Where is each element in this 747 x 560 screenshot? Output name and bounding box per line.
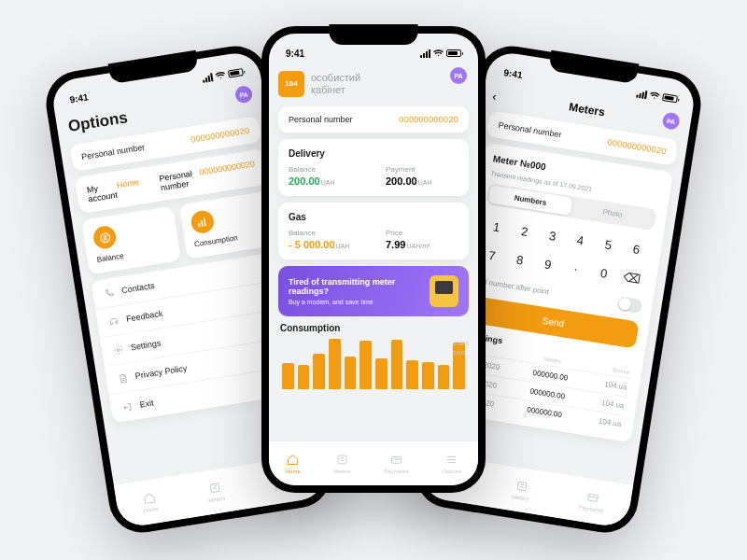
gas-price-value: 7.99 [386,239,405,250]
brand-header: 104 особистий кабінет [278,71,469,97]
decimal-toggle[interactable] [616,296,642,314]
chart-bar [298,365,310,389]
gas-title: Gas [289,212,458,222]
status-time: 9:41 [69,91,89,105]
signal-icon [202,73,213,83]
keypad-key[interactable]: 6 [620,232,653,265]
exit-icon [120,400,134,413]
phone-home: 9:41 PA 104 особистий кабінет Personal n… [261,26,486,493]
tab-label: Meters [208,496,226,504]
gas-balance-value: - 5 000.00 [289,239,335,250]
gear-icon [111,343,124,357]
chart-bar [345,357,357,389]
tab-photo[interactable]: Photo [571,198,655,229]
tab-label: Payments [384,469,409,474]
chart-bar [282,363,294,389]
svg-rect-9 [517,482,527,491]
svg-rect-2 [201,220,204,227]
chart-bar [438,365,450,389]
keypad-key[interactable]: 4 [564,224,597,257]
consumption-title: Consumption [280,323,467,333]
keypad-key[interactable]: 2 [508,215,541,247]
tab-numbers[interactable]: Numbers [488,185,573,216]
chart-bar [422,362,434,389]
tab-home[interactable]: Home [141,490,159,513]
modem-icon [430,275,458,307]
menu-label: Exit [139,398,154,409]
tab-label: Meters [512,494,529,502]
personal-number-value: 000000000020 [190,126,249,145]
keypad-key[interactable]: 9 [531,248,564,281]
tab-label: Options [443,469,462,474]
banner-subtitle: Buy a modem, and save time [289,299,422,305]
wifi-icon [649,91,660,101]
status-time: 9:41 [503,67,523,80]
svg-point-4 [117,348,120,351]
tab-bar: Home Meters Payments Options [269,441,478,485]
headset-icon [106,315,120,328]
phone-icon [103,287,116,300]
tab-meters[interactable]: Meters [333,453,350,474]
keypad-key[interactable]: 3 [536,219,569,252]
tab-payments[interactable]: Payments [384,453,409,474]
wifi-icon [433,49,444,57]
tab-payments[interactable]: Payments [578,489,606,514]
gas-balance-label: Balance [289,229,361,237]
menu-label: Feedback [125,309,163,324]
personal-number-row[interactable]: Personal number 000000000020 [278,106,469,133]
balance-tile[interactable]: Balance [81,206,181,275]
gas-price-label: Price [386,229,458,237]
keypad-key[interactable]: ⌫ [615,261,648,294]
chart-bar [406,360,418,389]
home-screen: 9:41 PA 104 особистий кабінет Personal n… [269,34,478,485]
tab-label: Home [286,469,301,474]
my-account-value: Home [116,176,141,199]
chart-bar [359,341,372,389]
tab-label: Payments [578,504,603,513]
banner-title: Tired of transmitting meter readings? [289,277,422,296]
y-tick: 5000 [453,350,469,356]
battery-icon [228,68,244,77]
svg-rect-1 [198,223,200,227]
brand-logo: 104 [278,71,304,97]
keypad-key[interactable]: 0 [587,257,620,289]
wifi-icon [215,71,226,80]
document-icon [116,371,129,385]
menu-label: Contacts [121,281,156,295]
chart-bar [375,358,388,389]
tab-label: Home [143,506,159,513]
keypad-key[interactable]: 5 [592,229,625,261]
personal-number-label-2: Personal number [159,168,202,193]
brand-title: особистий кабінет [311,72,360,95]
gas-price-unit: UAH/m³ [406,243,430,249]
delivery-payment-value: 200.00 [386,175,417,187]
delivery-payment-label: Payment [386,165,458,174]
tab-meters[interactable]: Meters [512,478,532,502]
menu-label: Settings [130,338,162,352]
menu-label: Privacy Policy [134,363,188,381]
my-account-row[interactable]: My account Home [75,167,152,214]
delivery-balance-unit: UAH [321,179,335,186]
balance-icon [92,225,117,250]
status-time: 9:41 [286,49,304,59]
delivery-title: Delivery [289,148,458,159]
tab-home[interactable]: Home [286,453,301,474]
keypad-key[interactable]: 8 [503,244,536,276]
svg-rect-3 [204,217,206,226]
personal-number-value-2: 000000000020 [199,159,257,186]
chart-bar [329,339,341,389]
y-tick: 10000 [453,341,469,346]
gas-balance-unit: UAH [336,243,350,249]
tab-options[interactable]: Options [443,453,462,474]
signal-icon [636,89,647,99]
promo-banner[interactable]: Tired of transmitting meter readings? Bu… [278,266,469,316]
personal-number-label: Personal number [289,115,353,124]
keypad-key[interactable]: · [559,252,592,285]
svg-rect-7 [338,455,346,464]
consumption-chart: 10000 5000 [278,339,469,389]
tab-label: Meters [333,469,350,474]
consumption-icon [190,209,215,234]
svg-rect-8 [392,456,402,463]
tab-meters[interactable]: Meters [205,480,226,504]
svg-rect-5 [210,483,219,493]
